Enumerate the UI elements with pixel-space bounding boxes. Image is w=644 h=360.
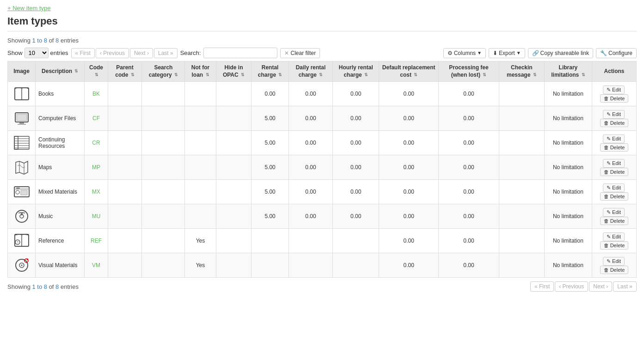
library-limitations-cell: No limitation — [544, 204, 592, 229]
daily-rental-charge-cell: 0.00 — [288, 155, 332, 180]
parent-code-cell — [108, 106, 142, 131]
edit-button[interactable]: ✎ Edit — [603, 183, 625, 192]
parent-code-cell — [108, 180, 142, 204]
delete-button[interactable]: 🗑 Delete — [600, 192, 629, 201]
hourly-rental-charge-cell: 0.00 — [333, 180, 379, 204]
prev-page-btn-top[interactable]: ‹ Previous — [96, 48, 129, 58]
col-daily-rental-charge[interactable]: Daily rental charge ⇅ — [288, 61, 332, 82]
icon-cell — [8, 180, 36, 204]
delete-button[interactable]: 🗑 Delete — [600, 266, 629, 274]
table-row: ? Reference REF Yes 0.00 0.00 No limitat… — [8, 229, 637, 253]
rental-charge-cell — [251, 229, 289, 253]
checkin-message-cell — [499, 204, 544, 229]
svg-rect-5 — [18, 124, 26, 125]
col-checkin-message[interactable]: Checkin message ⇅ — [499, 61, 544, 82]
parent-code-cell — [108, 131, 142, 155]
col-search-category[interactable]: Search category ⇅ — [142, 61, 185, 82]
actions-cell: ✎ Edit 🗑 Delete — [592, 253, 637, 278]
edit-button[interactable]: ✎ Edit — [603, 159, 625, 168]
edit-button[interactable]: ✎ Edit — [603, 257, 625, 266]
export-icon: ⬇ — [493, 50, 497, 56]
toolbar: Show 10 25 50 100 entries « First ‹ Prev… — [7, 48, 637, 58]
columns-btn[interactable]: ⚙ Columns ▼ — [443, 48, 486, 58]
next-page-btn-bottom[interactable]: Next › — [589, 281, 612, 292]
delete-button[interactable]: 🗑 Delete — [600, 94, 629, 103]
delete-button[interactable]: 🗑 Delete — [600, 168, 629, 176]
search-area: Search: ✕ Clear filter — [180, 48, 320, 58]
processing-fee-cell: 0.00 — [439, 131, 499, 155]
actions-cell: ✎ Edit 🗑 Delete — [592, 82, 637, 106]
delete-button[interactable]: 🗑 Delete — [600, 241, 629, 250]
col-rental-charge[interactable]: Rental charge ⇅ — [251, 61, 289, 82]
clear-filter-btn[interactable]: ✕ Clear filter — [280, 48, 320, 58]
col-hourly-rental-charge[interactable]: Hourly rental charge ⇅ — [333, 61, 379, 82]
svg-point-21 — [16, 210, 28, 222]
svg-rect-3 — [17, 114, 27, 121]
last-page-btn-top[interactable]: Last » — [154, 48, 178, 58]
col-parent-code[interactable]: Parent code ⇅ — [108, 61, 142, 82]
not-for-loan-cell — [185, 155, 216, 180]
col-code[interactable]: Code ⇅ — [85, 61, 108, 82]
search-category-cell — [142, 253, 185, 278]
rental-charge-cell — [251, 253, 289, 278]
col-library-limitations[interactable]: Library limitations ⇅ — [544, 61, 592, 82]
new-item-type-link[interactable]: New item type — [7, 5, 51, 12]
icon-cell — [8, 155, 36, 180]
gear-icon: ⚙ — [448, 50, 453, 56]
processing-fee-cell: 0.00 — [439, 253, 499, 278]
showing-entries-bottom: Showing 1 to 8 of 8 entries — [7, 283, 79, 290]
item-icon-music — [12, 207, 31, 226]
entries-per-page-select[interactable]: 10 25 50 100 — [25, 48, 49, 58]
first-page-btn-top[interactable]: « First — [71, 48, 95, 58]
search-input[interactable] — [203, 48, 277, 58]
edit-button[interactable]: ✎ Edit — [603, 110, 625, 119]
delete-button[interactable]: 🗑 Delete — [600, 217, 629, 225]
table-row: Mixed Materials MX 5.00 0.00 0.00 0.00 0… — [8, 180, 637, 204]
edit-button[interactable]: ✎ Edit — [603, 208, 625, 217]
edit-button[interactable]: ✎ Edit — [603, 232, 625, 241]
code-cell: MX — [85, 180, 108, 204]
copy-link-btn[interactable]: 🔗 Copy shareable link — [528, 48, 593, 58]
rental-charge-cell: 5.00 — [251, 131, 289, 155]
table-row: Music MU 5.00 0.00 0.00 0.00 0.00 No lim… — [8, 204, 637, 229]
hourly-rental-charge-cell — [333, 253, 379, 278]
code-cell: MU — [85, 204, 108, 229]
actions-cell: ✎ Edit 🗑 Delete — [592, 229, 637, 253]
item-icon-visual — [12, 256, 31, 275]
configure-btn[interactable]: 🔧 Configure — [596, 48, 637, 58]
hourly-rental-charge-cell: 0.00 — [333, 204, 379, 229]
hide-in-opac-cell — [216, 82, 251, 106]
table-row: Visual Materials VM Yes 0.00 0.00 No lim… — [8, 253, 637, 278]
col-default-replacement-cost[interactable]: Default replacement cost ⇅ — [379, 61, 439, 82]
svg-rect-19 — [21, 190, 27, 195]
col-hide-in-opac[interactable]: Hide in OPAC ⇅ — [216, 61, 251, 82]
entries-label: entries — [50, 49, 68, 56]
bottom-bar: Showing 1 to 8 of 8 entries « First ‹ Pr… — [7, 281, 637, 292]
not-for-loan-cell — [185, 204, 216, 229]
export-btn[interactable]: ⬇ Export ▼ — [489, 48, 525, 58]
prev-page-btn-bottom[interactable]: ‹ Previous — [555, 281, 588, 292]
col-description[interactable]: Description ⇅ — [36, 61, 85, 82]
last-page-btn-bottom[interactable]: Last » — [613, 281, 637, 292]
delete-button[interactable]: 🗑 Delete — [600, 119, 629, 127]
search-category-cell — [142, 106, 185, 131]
hourly-rental-charge-cell: 0.00 — [333, 155, 379, 180]
description-cell: Computer Files — [36, 106, 85, 131]
daily-rental-charge-cell: 0.00 — [288, 204, 332, 229]
col-not-for-loan[interactable]: Not for loan ⇅ — [185, 61, 216, 82]
delete-button[interactable]: 🗑 Delete — [600, 143, 629, 152]
table-row: Maps MP 5.00 0.00 0.00 0.00 0.00 No limi… — [8, 155, 637, 180]
col-processing-fee[interactable]: Processing fee (when lost) ⇅ — [439, 61, 499, 82]
default-replacement-cost-cell: 0.00 — [379, 106, 439, 131]
edit-button[interactable]: ✎ Edit — [603, 134, 625, 143]
x-icon: ✕ — [284, 50, 289, 56]
code-cell: BK — [85, 82, 108, 106]
item-icon-reference: ? — [12, 232, 31, 250]
edit-button[interactable]: ✎ Edit — [603, 85, 625, 94]
next-page-btn-top[interactable]: Next › — [130, 48, 153, 58]
processing-fee-cell: 0.00 — [439, 82, 499, 106]
svg-rect-4 — [19, 122, 24, 124]
not-for-loan-cell: Yes — [185, 229, 216, 253]
first-page-btn-bottom[interactable]: « First — [530, 281, 554, 292]
library-limitations-cell: No limitation — [544, 180, 592, 204]
